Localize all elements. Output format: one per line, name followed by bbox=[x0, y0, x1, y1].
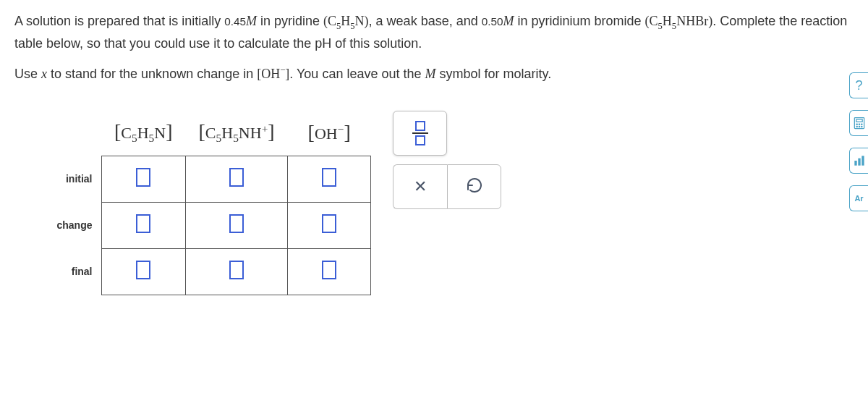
input-box[interactable] bbox=[322, 214, 336, 233]
formula-pyridine: (C5H5N) bbox=[323, 14, 369, 28]
svg-point-6 bbox=[859, 126, 859, 127]
calculator-button[interactable] bbox=[849, 110, 868, 136]
reaction-table: [C5H5N] [C5H5NH+] [OH−] initial change f… bbox=[47, 109, 371, 295]
text-fragment: symbol for molarity. bbox=[435, 67, 551, 81]
col-header-pyridine: [C5H5N] bbox=[101, 109, 186, 156]
fraction-button[interactable] bbox=[393, 111, 447, 156]
svg-point-7 bbox=[861, 126, 861, 127]
x-icon: ✕ bbox=[414, 177, 427, 196]
input-box[interactable] bbox=[229, 214, 244, 233]
text-fragment: in pyridine bbox=[257, 14, 323, 28]
input-box[interactable] bbox=[136, 261, 150, 279]
help-button[interactable]: ? bbox=[849, 72, 868, 98]
cell-change-pyridinium[interactable] bbox=[186, 202, 288, 248]
element-symbol: Ar bbox=[854, 194, 863, 203]
cell-final-pyridine[interactable] bbox=[101, 248, 186, 295]
row-label-final: final bbox=[47, 248, 101, 295]
unit-molarity: M bbox=[425, 67, 435, 81]
input-box[interactable] bbox=[136, 214, 150, 233]
right-sidebar: ? Ar bbox=[839, 72, 868, 211]
svg-point-4 bbox=[861, 124, 861, 124]
input-box[interactable] bbox=[322, 168, 336, 187]
cell-initial-hydroxide[interactable] bbox=[288, 156, 371, 202]
periodic-table-button[interactable]: Ar bbox=[849, 185, 868, 211]
cell-change-hydroxide[interactable] bbox=[288, 202, 371, 248]
text-fragment: Use bbox=[14, 67, 41, 81]
calculator-icon bbox=[852, 116, 867, 130]
col-header-pyridinium: [C5H5NH+] bbox=[186, 109, 288, 156]
tool-panel: ✕ bbox=[393, 111, 501, 209]
undo-button[interactable] bbox=[447, 164, 501, 209]
question-paragraph-2: Use x to stand for the unknown change in… bbox=[14, 63, 854, 85]
bar-chart-icon bbox=[852, 153, 867, 168]
svg-rect-8 bbox=[854, 161, 856, 166]
text-fragment: . You can leave out the bbox=[289, 67, 425, 81]
text-fragment: to stand for the unknown change in bbox=[47, 67, 257, 81]
chart-button[interactable] bbox=[849, 148, 868, 174]
undo-icon bbox=[466, 177, 483, 198]
unit-molarity: M bbox=[503, 14, 514, 28]
svg-rect-9 bbox=[858, 159, 860, 166]
corner-empty bbox=[47, 109, 101, 156]
text-fragment: A solution is prepared that is initially bbox=[14, 14, 224, 28]
col-header-hydroxide: [OH−] bbox=[288, 109, 371, 156]
cell-initial-pyridinium[interactable] bbox=[186, 156, 288, 202]
svg-point-2 bbox=[856, 124, 857, 124]
row-label-initial: initial bbox=[47, 156, 101, 202]
unit-molarity: M bbox=[246, 14, 257, 28]
cell-final-hydroxide[interactable] bbox=[288, 248, 371, 295]
species-oh: [OH−] bbox=[257, 67, 289, 81]
input-box[interactable] bbox=[229, 168, 244, 187]
svg-point-5 bbox=[856, 126, 857, 127]
concentration-2: 0.50 bbox=[482, 15, 503, 28]
svg-rect-10 bbox=[861, 156, 864, 165]
row-label-change: change bbox=[47, 202, 101, 248]
svg-rect-1 bbox=[856, 119, 861, 122]
svg-point-3 bbox=[859, 124, 859, 124]
concentration-1: 0.45 bbox=[224, 15, 246, 28]
text-fragment: in pyridinium bromide bbox=[514, 14, 644, 28]
question-paragraph-1: A solution is prepared that is initially… bbox=[14, 11, 854, 54]
text-fragment: , a weak base, and bbox=[369, 14, 482, 28]
fraction-icon bbox=[412, 119, 428, 147]
clear-button[interactable]: ✕ bbox=[393, 164, 447, 209]
input-box[interactable] bbox=[229, 261, 244, 279]
cell-change-pyridine[interactable] bbox=[101, 202, 186, 248]
cell-final-pyridinium[interactable] bbox=[186, 248, 288, 295]
input-box[interactable] bbox=[322, 261, 336, 279]
variable-x: x bbox=[41, 67, 47, 81]
formula-pyridinium-bromide: (C5H5NHBr) bbox=[645, 14, 713, 28]
input-box[interactable] bbox=[136, 168, 150, 187]
cell-initial-pyridine[interactable] bbox=[101, 156, 186, 202]
question-mark-icon: ? bbox=[855, 78, 862, 93]
